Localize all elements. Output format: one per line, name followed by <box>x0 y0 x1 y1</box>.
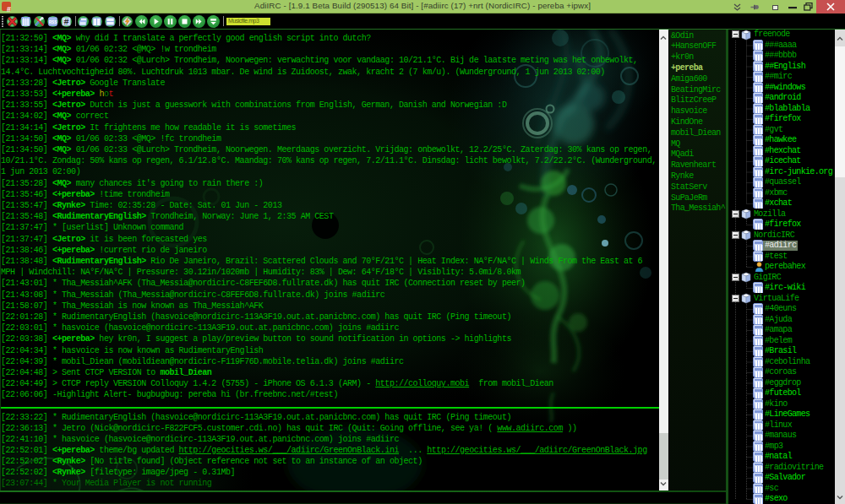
svg-text:#: # <box>63 18 68 27</box>
svg-text:RSS: RSS <box>49 20 57 24</box>
